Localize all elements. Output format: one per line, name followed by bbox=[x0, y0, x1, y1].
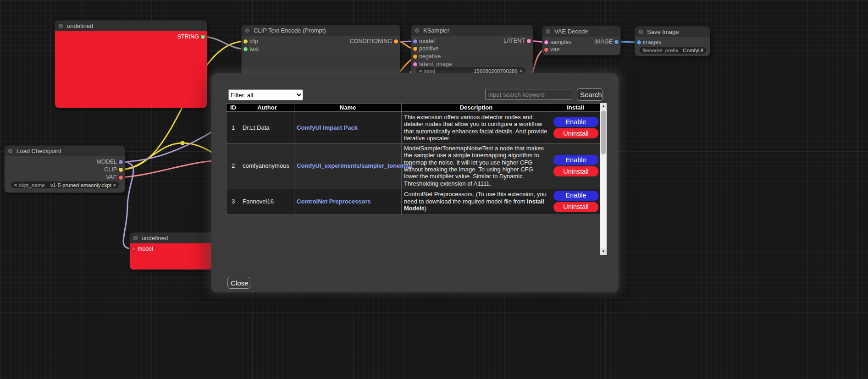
negative-input-socket[interactable] bbox=[413, 55, 417, 59]
conditioning-output-socket[interactable] bbox=[394, 39, 398, 44]
node-title: undefined bbox=[67, 21, 93, 31]
slot-label: samples bbox=[550, 39, 572, 45]
enable-button[interactable]: Enable bbox=[553, 117, 598, 127]
table-scrollbar[interactable]: ▲ ▼ bbox=[600, 103, 607, 255]
node-undefined-top[interactable]: undefined STRING bbox=[55, 21, 207, 108]
output-slot-image: IMAGE bbox=[594, 38, 620, 45]
slot-label: LATENT bbox=[503, 38, 525, 44]
node-save-image[interactable]: Save Image images filename_prefix ComfyU… bbox=[635, 27, 710, 56]
install-cell: Enable Uninstall bbox=[551, 144, 600, 188]
extension-link[interactable]: ControlNet Preprocessors bbox=[297, 198, 371, 205]
output-slot-model: MODEL bbox=[97, 158, 125, 165]
next-value-arrow-icon[interactable]: ▶ bbox=[114, 181, 116, 188]
scroll-down-arrow-icon[interactable]: ▼ bbox=[600, 248, 607, 255]
extension-table-scroll[interactable]: ID Author Name Description Install 1 Dr.… bbox=[226, 103, 600, 255]
description-text: This extension offers various detector n… bbox=[404, 114, 547, 142]
latent-output-socket[interactable] bbox=[527, 39, 531, 43]
node-title: Load Checkpoint bbox=[17, 146, 61, 156]
model-input-socket[interactable] bbox=[413, 39, 417, 44]
slot-label: VAE bbox=[106, 174, 117, 181]
images-input-socket[interactable] bbox=[637, 40, 641, 44]
install-cell: Enable Uninstall bbox=[551, 188, 600, 214]
scrollbar-thumb[interactable] bbox=[601, 110, 606, 154]
search-input[interactable] bbox=[485, 89, 572, 100]
node-vae-decode[interactable]: VAE Decode samples vae IMAGE bbox=[542, 26, 620, 55]
slot-label: CONDITIONING bbox=[350, 38, 392, 44]
collapse-dot-icon[interactable] bbox=[133, 236, 138, 240]
extension-link[interactable]: ComfyUI Impact Pack bbox=[297, 124, 358, 131]
prev-value-arrow-icon[interactable]: ◀ bbox=[14, 181, 17, 188]
column-header-name: Name bbox=[294, 104, 402, 112]
node-header: VAE Decode bbox=[542, 26, 620, 37]
node-body bbox=[55, 31, 207, 108]
model-output-socket[interactable] bbox=[119, 160, 123, 164]
collapse-dot-icon[interactable] bbox=[546, 29, 550, 33]
input-slot-samples: samples bbox=[542, 38, 572, 46]
manager-dialog: Filter: all Search ID Author Name Descri… bbox=[211, 73, 619, 292]
column-header-install: Install bbox=[551, 104, 600, 112]
filter-select[interactable]: Filter: all bbox=[228, 89, 303, 100]
extension-id: 2 bbox=[227, 144, 240, 188]
node-header: CLIP Text Encode (Prompt) bbox=[242, 25, 400, 36]
widget-label: ckpt_name bbox=[19, 182, 44, 188]
slot-label: negative bbox=[419, 53, 441, 60]
description-tail-text: ) bbox=[425, 205, 426, 212]
node-header: KSampler bbox=[411, 25, 533, 36]
clip-output-socket[interactable] bbox=[119, 168, 123, 172]
extension-author: Dr.Lt.Data bbox=[240, 112, 294, 144]
image-output-socket[interactable] bbox=[614, 40, 619, 44]
node-load-checkpoint[interactable]: Load Checkpoint MODEL CLIP VAE ◀ ckpt_na… bbox=[5, 146, 125, 192]
extension-id: 1 bbox=[227, 112, 240, 144]
vae-output-socket[interactable] bbox=[119, 176, 123, 180]
filename-prefix-widget[interactable]: filename_prefix ComfyUI bbox=[640, 47, 706, 54]
ckpt-name-widget[interactable]: ◀ ckpt_name v1-5-pruned-emaonly.ckpt ▶ bbox=[11, 181, 119, 188]
collapse-dot-icon[interactable] bbox=[59, 24, 63, 28]
enable-button[interactable]: Enable bbox=[553, 191, 598, 201]
string-output-socket[interactable] bbox=[201, 35, 205, 39]
output-slot-string: STRING bbox=[177, 33, 207, 40]
uninstall-button[interactable]: Uninstall bbox=[553, 202, 598, 212]
search-button[interactable]: Search bbox=[577, 88, 603, 101]
collapse-dot-icon[interactable] bbox=[415, 28, 419, 33]
collapse-dot-icon[interactable] bbox=[639, 30, 643, 34]
column-header-author: Author bbox=[240, 104, 294, 112]
enable-button[interactable]: Enable bbox=[553, 155, 598, 165]
slot-label: latent_image bbox=[419, 61, 452, 67]
node-title: Save Image bbox=[647, 27, 679, 37]
extension-row: 3 Fannovel16 ControlNet Preprocessors Co… bbox=[227, 188, 600, 214]
scroll-up-arrow-icon[interactable]: ▲ bbox=[600, 103, 607, 110]
input-slot-model: model bbox=[130, 245, 153, 253]
close-button[interactable]: Close bbox=[227, 277, 250, 289]
uninstall-button[interactable]: Uninstall bbox=[553, 128, 598, 138]
widget-value: ComfyUI bbox=[683, 48, 703, 53]
uninstall-button[interactable]: Uninstall bbox=[553, 166, 598, 176]
link-midpoint-dot[interactable] bbox=[181, 141, 185, 145]
positive-input-socket[interactable] bbox=[413, 47, 417, 51]
description-text: ModelSamplerTonemapNoiseTest a node that… bbox=[404, 145, 544, 187]
output-slot-vae: VAE bbox=[106, 174, 125, 181]
input-slot-negative: negative bbox=[411, 53, 441, 60]
extension-description: ControlNet Preprocessors. (To use this e… bbox=[402, 188, 551, 214]
model-input-socket[interactable] bbox=[132, 247, 136, 251]
samples-input-socket[interactable] bbox=[544, 40, 548, 44]
vae-input-socket[interactable] bbox=[544, 48, 548, 52]
slot-label: model bbox=[419, 38, 435, 44]
collapse-dot-icon[interactable] bbox=[8, 149, 12, 153]
text-input-socket[interactable] bbox=[243, 47, 248, 51]
clip-input-socket[interactable] bbox=[243, 39, 248, 44]
slot-label: IMAGE bbox=[594, 38, 613, 45]
latent-image-input-socket[interactable] bbox=[413, 62, 417, 66]
collapse-dot-icon[interactable] bbox=[245, 28, 249, 33]
extension-link[interactable]: ComfyUI_experiments/sampler_tonemap bbox=[297, 162, 412, 169]
slot-label: model bbox=[138, 246, 153, 252]
install-cell: Enable Uninstall bbox=[551, 112, 600, 144]
input-slot-latent-image: latent_image bbox=[411, 60, 452, 68]
column-header-description: Description bbox=[402, 104, 551, 112]
extension-row: 1 Dr.Lt.Data ComfyUI Impact Pack This ex… bbox=[227, 112, 600, 144]
node-title: VAE Decode bbox=[554, 26, 588, 37]
input-slot-vae: vae bbox=[542, 46, 559, 53]
slot-label: vae bbox=[550, 46, 559, 53]
extension-author: Fannovel16 bbox=[240, 188, 294, 214]
extension-author: comfyanonymous bbox=[240, 144, 294, 188]
input-slot-text: text bbox=[242, 45, 259, 53]
